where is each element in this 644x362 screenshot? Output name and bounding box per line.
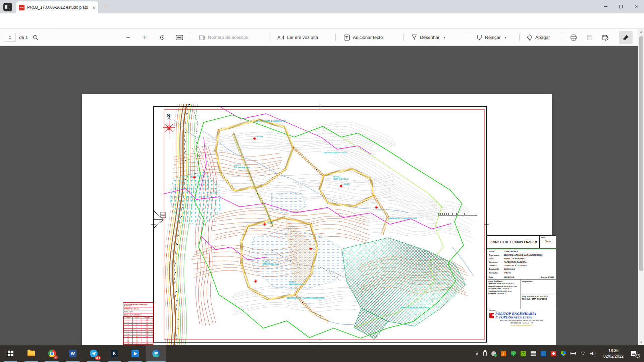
certificate-icon[interactable] [491, 351, 496, 356]
contour-path [174, 155, 282, 160]
vertical-scrollbar[interactable]: ▲ ▼ [638, 29, 644, 345]
cad-drawing: CONFRONTANTE: DOMICIO AMARO CONFRONTANTE… [153, 106, 487, 343]
highlight-button[interactable]: Realçar ▼ [476, 29, 507, 46]
company-address-line1: Escr : Rua Lydia Ferrari Magnoli, 166 co… [487, 320, 556, 322]
read-aloud-icon: A [277, 34, 284, 41]
data-value: 12/04/2012 [504, 276, 514, 278]
field-value: ITAPECERICA DA SERRA [504, 264, 527, 266]
read-aloud-button[interactable]: A Ler em voz alta [277, 29, 318, 46]
pen-table-body: 110.05220.05330.10440.10550.13660.13770.… [124, 318, 153, 345]
politop-logo [489, 313, 494, 318]
movies-tv-icon [131, 350, 139, 357]
telegram-badge: 654 [95, 356, 101, 360]
volume-icon[interactable]: )) [590, 352, 596, 356]
eraser-icon [527, 34, 533, 41]
elevation-label: 615,880 [267, 222, 273, 223]
company-name-line1: POLITOP ENGENHARIA [495, 312, 536, 315]
rotate-button[interactable] [159, 29, 166, 46]
battery-icon[interactable] [571, 352, 576, 355]
contour-path [205, 145, 214, 325]
taskbar-movies[interactable] [125, 345, 146, 362]
page-total-label: de 1 [19, 35, 28, 40]
areas-line: ÁREA DAS RAMPAS DE ACESSO=6.767,12 m2 [488, 286, 520, 287]
confrontante-label: CONFRONTANTE: ARTIN S/A [323, 152, 347, 154]
field-value: JOHANES ANTONIUS MARIA WIEGERINCK [504, 254, 542, 256]
confrontante-label: CONFRONTANTE: HELIO PEREIRA [400, 306, 429, 308]
zoom-in-button[interactable]: + [143, 29, 147, 46]
windows-logo-icon [8, 351, 13, 356]
access-count-label: Número de acessos [208, 35, 248, 40]
tab-actions-menu-icon[interactable] [3, 3, 12, 11]
access-count-button: Número de acessos [199, 29, 248, 46]
tray-chevron-icon[interactable]: ∧ [475, 351, 479, 356]
taskbar-chrome[interactable]: S [42, 345, 62, 362]
save-button [586, 29, 593, 46]
scroll-down-icon[interactable]: ▼ [638, 340, 644, 345]
contour-path [329, 161, 436, 221]
cad-drawing-sheet: CONFRONTANTE: DOMICIO AMARO CONFRONTANTE… [153, 106, 487, 343]
taskbar-file-explorer[interactable] [21, 345, 42, 362]
minus-icon: − [126, 34, 130, 41]
windows-security-icon[interactable]: ✓ [561, 351, 566, 356]
close-button[interactable]: × [629, 0, 644, 13]
taskbar-word[interactable]: W [62, 345, 83, 362]
browser-tab[interactable]: PDF PROJ_170.000-2012 estudo plato × [16, 1, 98, 13]
nvidia-icon[interactable] [521, 351, 526, 356]
add-text-button[interactable]: Adicionar texto [343, 29, 383, 46]
areas-line: VOLUME DE ATERRO = 43.617,12 m3 [488, 290, 520, 292]
contour-path [354, 229, 473, 238]
pdf-viewer-background[interactable]: CONFRONTANTE: DOMICIO AMARO CONFRONTANTE… [0, 46, 638, 345]
pen-table-title: CONFIGURAÇÃO DAS PENAS PARA PLOTAGEM [123, 303, 153, 307]
java-icon[interactable]: J [501, 351, 506, 356]
save-icon [586, 34, 593, 41]
scrollbar-thumb[interactable] [639, 36, 643, 271]
start-button[interactable] [0, 345, 21, 362]
search-document-button[interactable] [33, 29, 39, 46]
field-label: Estado (UF): [489, 268, 504, 270]
taskbar-edge-active[interactable] [146, 345, 166, 362]
tab-close-icon[interactable]: × [92, 5, 95, 10]
field-label: Município: [489, 261, 504, 263]
new-tab-button[interactable]: + [101, 3, 109, 11]
elevation-label: 618,004 [257, 136, 263, 137]
contour-path [354, 221, 471, 232]
chevron-down-icon[interactable]: ▼ [443, 36, 446, 39]
taskbar-clock[interactable]: 18:36 02/02/2022 [600, 348, 627, 359]
usb-icon[interactable] [483, 351, 487, 356]
word-icon: W [69, 350, 76, 357]
escala-value: Escala:1/1000 [541, 276, 554, 278]
zoom-out-button[interactable]: − [126, 29, 130, 46]
wifi-icon[interactable] [580, 352, 586, 356]
antivirus-shield-icon[interactable]: ✓ [511, 351, 516, 356]
field-value: SÃO PAULO [504, 268, 515, 270]
print-button[interactable] [570, 29, 577, 46]
pin-toolbar-button[interactable] [619, 31, 633, 44]
save-as-button[interactable] [602, 29, 608, 46]
highlighter-icon [476, 34, 482, 41]
remote-app-icon[interactable] [531, 351, 536, 356]
draw-button[interactable]: Desenhar ▼ [411, 29, 446, 46]
page-number-input[interactable]: 1 [5, 33, 15, 42]
chevron-down-icon[interactable]: ▼ [504, 36, 507, 39]
titleblock-header: PROJETO DE TERRAPLENAGEM [487, 236, 540, 248]
teamviewer-icon[interactable]: ↔ [541, 351, 546, 356]
plato-label: PLATO 1 [234, 164, 241, 166]
edge-icon [152, 350, 160, 357]
minimize-button[interactable] [598, 0, 613, 13]
field-label: Proprietário: [489, 254, 504, 256]
company-address-line2: CEP: 05827-080 – São Paulo – SP [487, 322, 556, 324]
taskbar-kindle[interactable]: K [104, 345, 125, 362]
taskbar-telegram[interactable]: 654 [83, 345, 104, 362]
maximize-button[interactable] [613, 0, 629, 13]
print-icon [570, 34, 577, 41]
scroll-up-icon[interactable]: ▲ [638, 29, 644, 34]
pen-table-scale: ESCALA 1/100 [123, 310, 153, 313]
erase-button[interactable]: Apagar [527, 29, 550, 46]
plato-area-label: AREA=7.826,25m2 [289, 283, 304, 285]
notification-center[interactable]: 25 [631, 351, 638, 356]
resp-tec-line: Resp. Téc:GIANE F. BITTENCOURT [522, 296, 554, 298]
red-diamond-app-icon[interactable] [551, 351, 556, 356]
add-text-label: Adicionar texto [353, 35, 383, 40]
fit-width-icon [176, 35, 183, 41]
fit-to-width-button[interactable] [176, 29, 183, 46]
